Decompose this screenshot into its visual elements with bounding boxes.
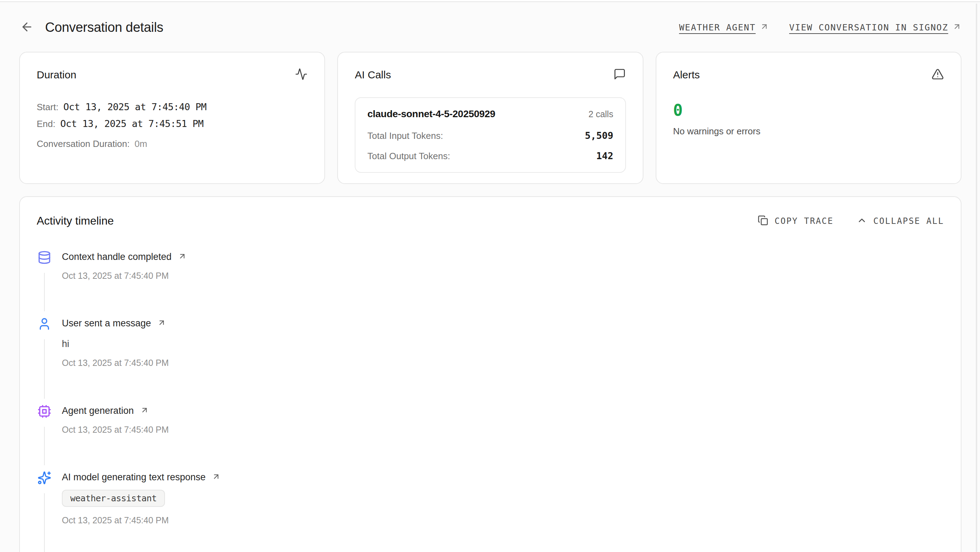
arrow-up-right-icon (140, 406, 149, 416)
output-tokens-row: Total Output Tokens: 142 (368, 150, 613, 162)
timeline-item-title: AI model generating text response (62, 472, 205, 483)
duration-card-header: Duration (37, 68, 307, 82)
user-icon (37, 317, 51, 331)
model-name: claude-sonnet-4-5-20250929 (368, 108, 495, 120)
copy-trace-label: COPY TRACE (775, 216, 834, 226)
timeline-header: Activity timeline COPY TRACE COLLAPSE AL… (37, 214, 944, 227)
start-value: Oct 13, 2025 at 7:45:40 PM (63, 101, 207, 112)
timeline-item-link[interactable]: Context handle completed (62, 252, 944, 262)
timeline-connector (44, 273, 45, 311)
database-icon (37, 250, 51, 265)
timeline-rail (37, 404, 51, 471)
timeline-item-ai-text-response: AI model generating text response weathe… (37, 471, 944, 552)
start-label: Start: (37, 102, 58, 113)
copy-icon (758, 215, 768, 227)
sparkles-icon (37, 471, 51, 485)
timeline-list: Context handle completed Oct 13, 2025 at… (37, 250, 944, 552)
back-button[interactable] (19, 19, 35, 35)
timeline-rail (37, 471, 51, 552)
model-row: claude-sonnet-4-5-20250929 2 calls (368, 108, 613, 120)
conversation-duration-label: Conversation Duration: (37, 139, 130, 149)
timeline-item-timestamp: Oct 13, 2025 at 7:45:40 PM (62, 425, 944, 435)
duration-card-title: Duration (37, 69, 76, 81)
copy-trace-button[interactable]: COPY TRACE (758, 215, 834, 227)
arrow-left-icon (20, 20, 33, 35)
duration-card: Duration Start: Oct 13, 2025 at 7:45:40 … (19, 52, 325, 184)
header-links: WEATHER AGENT VIEW CONVERSATION IN SIGNO… (679, 22, 961, 32)
timeline-actions: COPY TRACE COLLAPSE ALL (758, 215, 944, 227)
arrow-up-right-icon (157, 318, 166, 329)
timeline-item-agent-generation: Agent generation Oct 13, 2025 at 7:45:40… (37, 404, 944, 471)
arrow-up-right-icon (178, 252, 187, 262)
ai-calls-card: AI Calls claude-sonnet-4-5-20250929 2 ca… (337, 52, 643, 184)
conversation-duration-row: Conversation Duration: 0m (37, 139, 307, 149)
end-time-row: End: Oct 13, 2025 at 7:45:51 PM (37, 118, 307, 129)
summary-cards-row: Duration Start: Oct 13, 2025 at 7:45:40 … (19, 52, 961, 184)
model-call-count: 2 calls (589, 109, 613, 119)
timeline-item-timestamp: Oct 13, 2025 at 7:45:40 PM (62, 358, 944, 368)
model-usage-box: claude-sonnet-4-5-20250929 2 calls Total… (355, 97, 625, 173)
timeline-item-title: User sent a message (62, 318, 151, 329)
activity-icon (295, 68, 307, 82)
input-tokens-value: 5,509 (585, 130, 613, 141)
timeline-item-timestamp: Oct 13, 2025 at 7:45:40 PM (62, 515, 944, 525)
timeline-item-content: AI model generating text response weathe… (62, 471, 944, 552)
alerts-card-title: Alerts (673, 69, 700, 81)
alerts-card-header: Alerts (673, 68, 944, 82)
timeline-item-link[interactable]: AI model generating text response (62, 472, 944, 483)
timeline-item-timestamp: Oct 13, 2025 at 7:45:40 PM (62, 271, 944, 281)
weather-agent-link-label: WEATHER AGENT (679, 22, 756, 32)
conversation-duration-value: 0m (135, 139, 147, 149)
message-square-icon (613, 68, 626, 82)
alerts-card: Alerts 0 No warnings or errors (655, 52, 961, 184)
page-title: Conversation details (45, 20, 163, 35)
ai-calls-card-title: AI Calls (355, 69, 391, 81)
timeline-item-context-handle: Context handle completed Oct 13, 2025 at… (37, 250, 944, 317)
timeline-connector (44, 339, 45, 399)
start-time-row: Start: Oct 13, 2025 at 7:45:40 PM (37, 101, 307, 113)
triangle-alert-icon (931, 68, 944, 82)
timeline-title: Activity timeline (37, 214, 114, 227)
view-conversation-link-label: VIEW CONVERSATION IN SIGNOZ (789, 22, 948, 32)
timeline-item-body: hi (62, 338, 944, 349)
agent-name-tag: weather-assistant (62, 490, 165, 507)
page-header: Conversation details WEATHER AGENT VIEW … (19, 19, 961, 35)
timeline-item-user-message: User sent a message hi Oct 13, 2025 at 7… (37, 317, 944, 404)
output-tokens-label: Total Output Tokens: (368, 151, 450, 162)
collapse-all-button[interactable]: COLLAPSE ALL (857, 215, 944, 227)
alert-count: 0 (673, 102, 944, 118)
timeline-item-title: Context handle completed (62, 252, 172, 262)
input-tokens-label: Total Input Tokens: (368, 131, 443, 141)
output-tokens-value: 142 (596, 150, 613, 161)
arrow-up-right-icon (952, 22, 961, 32)
collapse-all-label: COLLAPSE ALL (873, 216, 944, 226)
arrow-up-right-icon (760, 22, 769, 32)
timeline-connector (44, 427, 45, 465)
timeline-item-title: Agent generation (62, 405, 134, 416)
ai-calls-card-header: AI Calls (355, 68, 625, 82)
timeline-rail (37, 317, 51, 404)
timeline-item-content: Agent generation Oct 13, 2025 at 7:45:40… (62, 404, 944, 471)
end-value: Oct 13, 2025 at 7:45:51 PM (60, 118, 204, 129)
timeline-item-content: Context handle completed Oct 13, 2025 at… (62, 250, 944, 317)
chevron-up-icon (857, 215, 867, 227)
timeline-item-content: User sent a message hi Oct 13, 2025 at 7… (62, 317, 944, 404)
timeline-item-link[interactable]: User sent a message (62, 318, 944, 329)
timeline-connector (44, 493, 45, 552)
arrow-up-right-icon (212, 472, 221, 482)
timeline-item-link[interactable]: Agent generation (62, 405, 944, 416)
conversation-details-page: Conversation details WEATHER AGENT VIEW … (19, 0, 961, 552)
alert-message: No warnings or errors (673, 126, 944, 137)
timeline-rail (37, 250, 51, 317)
view-conversation-in-signoz-link[interactable]: VIEW CONVERSATION IN SIGNOZ (789, 22, 961, 32)
duration-card-body: Start: Oct 13, 2025 at 7:45:40 PM End: O… (37, 101, 307, 149)
weather-agent-link[interactable]: WEATHER AGENT (679, 22, 769, 32)
page-header-left: Conversation details (19, 19, 163, 35)
cpu-icon (37, 404, 51, 418)
end-label: End: (37, 119, 56, 129)
activity-timeline-card: Activity timeline COPY TRACE COLLAPSE AL… (19, 196, 961, 552)
scrollbar[interactable] (976, 3, 977, 552)
input-tokens-row: Total Input Tokens: 5,509 (368, 130, 613, 141)
